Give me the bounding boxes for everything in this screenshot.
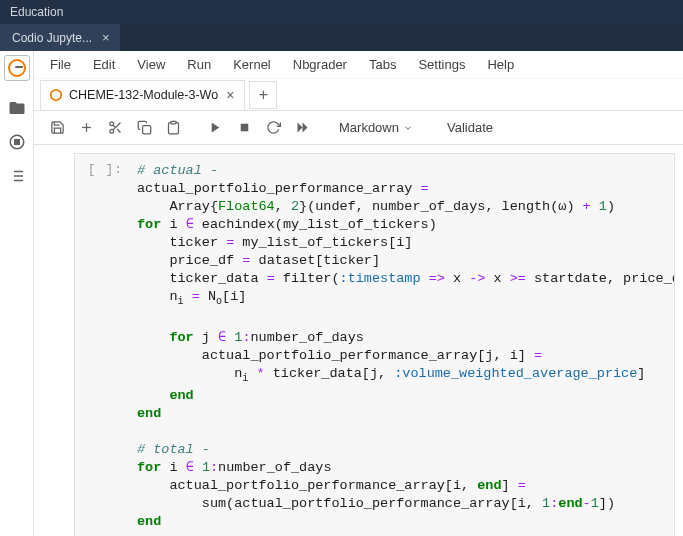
- app-tabstrip: Codio Jupyte... ×: [0, 24, 683, 51]
- toc-icon[interactable]: [8, 167, 26, 185]
- menu-kernel[interactable]: Kernel: [223, 53, 281, 76]
- run-all-button[interactable]: [289, 115, 315, 141]
- svg-point-8: [51, 90, 62, 101]
- left-rail: [0, 51, 34, 536]
- restart-button[interactable]: [260, 115, 286, 141]
- notebook-area[interactable]: [ ]: # actual - actual_portfolio_perform…: [34, 145, 683, 536]
- education-topbar: Education: [0, 0, 683, 24]
- paste-button[interactable]: [160, 115, 186, 141]
- svg-marker-20: [297, 123, 302, 133]
- svg-marker-18: [211, 123, 219, 133]
- code-cell[interactable]: [ ]: # actual - actual_portfolio_perform…: [74, 153, 675, 536]
- save-button[interactable]: [44, 115, 70, 141]
- svg-rect-1: [14, 140, 19, 145]
- run-button[interactable]: [202, 115, 228, 141]
- svg-marker-21: [302, 123, 307, 133]
- menu-help[interactable]: Help: [477, 53, 524, 76]
- menu-view[interactable]: View: [127, 53, 175, 76]
- svg-rect-19: [240, 124, 248, 132]
- folder-icon[interactable]: [8, 99, 26, 117]
- menu-nbgrader[interactable]: Nbgrader: [283, 53, 357, 76]
- validate-button[interactable]: Validate: [437, 120, 503, 135]
- svg-rect-17: [171, 121, 176, 124]
- topbar-title: Education: [10, 5, 63, 19]
- close-icon[interactable]: ×: [224, 87, 236, 103]
- running-icon[interactable]: [8, 133, 26, 151]
- chevron-down-icon: [403, 123, 413, 133]
- menu-edit[interactable]: Edit: [83, 53, 125, 76]
- svg-rect-16: [142, 126, 150, 134]
- stop-button[interactable]: [231, 115, 257, 141]
- svg-point-12: [109, 129, 113, 133]
- notebook-tabs: CHEME-132-Module-3-Wo × +: [34, 79, 683, 111]
- notebook-icon: [49, 88, 63, 102]
- notebook-tab-label: CHEME-132-Module-3-Wo: [69, 88, 218, 102]
- menubar: File Edit View Run Kernel Nbgrader Tabs …: [34, 51, 683, 79]
- menu-file[interactable]: File: [40, 53, 81, 76]
- menu-run[interactable]: Run: [177, 53, 221, 76]
- app-tab-label: Codio Jupyte...: [12, 31, 92, 45]
- cell-prompt: [ ]:: [75, 154, 133, 536]
- add-tab-button[interactable]: +: [249, 81, 277, 109]
- svg-point-11: [109, 122, 113, 126]
- cell-code[interactable]: # actual - actual_portfolio_performance_…: [133, 154, 674, 536]
- toolbar: Markdown Validate: [34, 111, 683, 145]
- jupyter-logo[interactable]: [4, 55, 30, 81]
- menu-settings[interactable]: Settings: [408, 53, 475, 76]
- app-tab-codio[interactable]: Codio Jupyte... ×: [0, 24, 120, 51]
- cut-button[interactable]: [102, 115, 128, 141]
- svg-line-14: [117, 129, 120, 132]
- close-icon[interactable]: ×: [100, 31, 112, 44]
- cell-type-label: Markdown: [339, 120, 399, 135]
- menu-tabs[interactable]: Tabs: [359, 53, 406, 76]
- notebook-tab[interactable]: CHEME-132-Module-3-Wo ×: [40, 80, 245, 110]
- add-cell-button[interactable]: [73, 115, 99, 141]
- cell-type-select[interactable]: Markdown: [331, 120, 421, 135]
- svg-line-15: [113, 125, 115, 127]
- copy-button[interactable]: [131, 115, 157, 141]
